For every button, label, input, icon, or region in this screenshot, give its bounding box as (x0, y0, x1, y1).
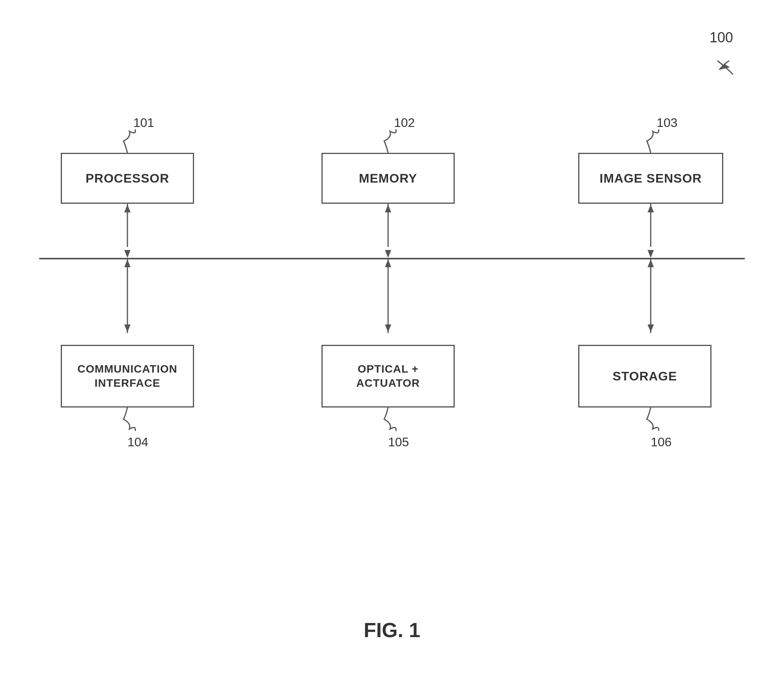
comm-interface-label: COMMUNICATIONINTERFACE (77, 362, 177, 391)
comm-interface-block: COMMUNICATIONINTERFACE (61, 345, 194, 408)
ref-105-label: 105 (388, 435, 409, 449)
storage-block: STORAGE (578, 345, 711, 408)
ref-100-label: 100 (710, 29, 733, 46)
svg-marker-18 (648, 324, 654, 332)
ref-106-label: 106 (651, 435, 671, 449)
diagram-container: 100 PROCESSOR 101 MEMORY 102 IMAGE SENSO… (0, 0, 784, 681)
svg-marker-2 (124, 205, 131, 212)
svg-marker-11 (385, 259, 391, 267)
svg-marker-5 (124, 259, 131, 267)
memory-block: MEMORY (321, 153, 455, 204)
svg-marker-3 (124, 250, 131, 258)
svg-marker-8 (385, 205, 391, 212)
svg-marker-15 (648, 250, 654, 258)
optical-actuator-label: OPTICAL +ACTUATOR (356, 362, 420, 391)
storage-label: STORAGE (613, 369, 677, 384)
svg-marker-19 (719, 64, 730, 70)
processor-label: PROCESSOR (85, 171, 169, 186)
image-sensor-label: IMAGE SENSOR (600, 171, 702, 186)
ref-102-label: 102 (394, 116, 415, 130)
memory-label: MEMORY (359, 171, 417, 186)
svg-marker-12 (385, 324, 391, 332)
ref-103-label: 103 (657, 116, 677, 130)
processor-block: PROCESSOR (61, 153, 194, 204)
ref-101-label: 101 (133, 116, 154, 130)
optical-actuator-block: OPTICAL +ACTUATOR (321, 345, 455, 408)
svg-marker-6 (124, 324, 131, 332)
svg-marker-17 (648, 259, 654, 267)
image-sensor-block: IMAGE SENSOR (578, 153, 723, 204)
svg-marker-14 (648, 205, 654, 212)
diagram-svg (0, 0, 784, 681)
figure-label: FIG. 1 (364, 618, 420, 642)
svg-marker-9 (385, 250, 391, 258)
ref-104-label: 104 (127, 435, 148, 449)
